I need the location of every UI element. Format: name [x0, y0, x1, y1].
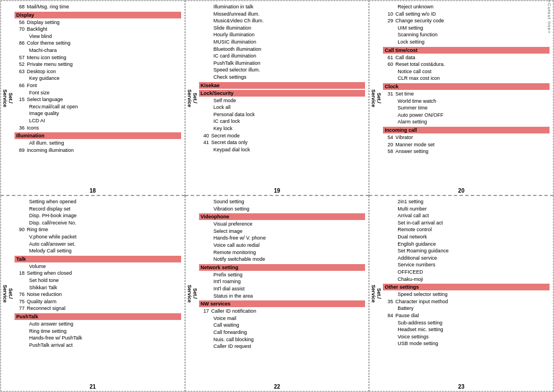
- list-item: 77Reconnect signal: [15, 305, 181, 312]
- item-number: 77: [15, 305, 27, 312]
- cell-22: Set./ServiceSound settingVibration setti…: [185, 196, 370, 391]
- item-number: 70: [15, 26, 27, 33]
- list-item: Nuis. call blocking: [199, 336, 366, 343]
- list-item: 86Color theme setting: [15, 40, 181, 47]
- list-item: Prefix setting: [199, 271, 366, 279]
- item-label: Ring time: [27, 226, 48, 233]
- item-number: 41: [199, 139, 211, 146]
- list-item: 63Desktop icon: [15, 68, 181, 75]
- list-item: 90Ring time: [15, 226, 181, 233]
- item-label: Vibrator: [395, 134, 413, 141]
- item-label: Manner mode set: [395, 141, 434, 149]
- list-item: Status in the area: [199, 293, 366, 300]
- section-header: Lock/Security: [199, 90, 366, 97]
- item-label: Secret mode: [211, 132, 240, 140]
- list-item: IC card illumination: [199, 52, 366, 60]
- list-item: Select image: [199, 228, 366, 235]
- list-item: Dual network: [383, 233, 550, 241]
- item-label: Answer setting: [395, 148, 428, 155]
- list-item: Call forwarding: [199, 329, 366, 336]
- list-item: View blind: [15, 33, 181, 40]
- list-item: Call waiting: [199, 322, 366, 329]
- list-item: Vibration setting: [199, 205, 366, 213]
- list-item: Notify switchable mode: [199, 256, 366, 263]
- item-label: Setting when closed: [27, 270, 72, 277]
- item-label: Select language: [27, 96, 63, 103]
- list-item: 57Menu icon setting: [15, 54, 181, 61]
- list-item: Key lock: [199, 125, 366, 132]
- item-label: Incoming illumination: [27, 147, 74, 154]
- list-item: 29Change security code: [383, 17, 550, 25]
- item-number: 10: [383, 11, 395, 18]
- section-header: Illumination: [15, 132, 181, 139]
- list-item: 66Font: [15, 82, 181, 89]
- list-item: Check settings: [199, 74, 366, 81]
- list-item: 70Backlight: [15, 26, 181, 33]
- list-item: Key guidance: [15, 75, 181, 82]
- set-service-label: Set./Service: [187, 284, 198, 302]
- item-number: 76: [15, 291, 27, 298]
- cell-number: 18: [1, 188, 184, 194]
- list-item: 89Incoming illumination: [15, 147, 181, 154]
- list-item: Missed/unread illum.: [199, 11, 366, 18]
- section-header: Videophone: [199, 213, 366, 220]
- item-label: Menu icon setting: [27, 54, 67, 61]
- list-item: Alarm setting: [383, 118, 550, 126]
- list-item: Scanning function: [383, 31, 550, 39]
- item-number: 68: [15, 3, 27, 11]
- list-item: Battery: [383, 305, 550, 312]
- list-item: Record display set: [15, 205, 181, 213]
- list-item: Auto answer setting: [15, 321, 181, 328]
- list-item: Auto power ON/OFF: [383, 112, 550, 119]
- item-label: Caller ID notification: [211, 308, 257, 315]
- item-label: Font: [27, 82, 37, 89]
- list-item: Shikkari Talk: [15, 284, 181, 291]
- item-number: 56: [15, 19, 27, 26]
- item-number: 35: [383, 298, 395, 305]
- item-label: Desktop icon: [27, 68, 56, 75]
- list-item: Reject unknown: [383, 3, 550, 11]
- list-item: 2in1 setting: [383, 198, 550, 205]
- list-item: 10Call setting w/o ID: [383, 11, 550, 18]
- list-item: Chaku-moji: [383, 276, 550, 283]
- list-item: Setting when opened: [15, 198, 181, 205]
- section-header: Clock: [383, 83, 550, 90]
- item-number: 90: [15, 226, 27, 233]
- list-item: Volume: [15, 263, 181, 270]
- list-item: Speed selector setting: [383, 291, 550, 298]
- page: Set./Service68Mail/Msg. ring timeDisplay…: [0, 0, 554, 392]
- list-item: Machi-chara: [15, 47, 181, 54]
- list-item: 58Answer setting: [383, 148, 550, 155]
- list-item: Voice call auto redial: [199, 242, 366, 249]
- item-number: 86: [15, 40, 27, 47]
- list-item: 36Icons: [15, 125, 181, 132]
- cell-18: Set./Service68Mail/Msg. ring timeDisplay…: [1, 1, 185, 196]
- cell-21: Set./ServiceSetting when openedRecord di…: [1, 196, 185, 391]
- list-item: Melody Call setting: [15, 247, 181, 255]
- list-item: MUSIC illumination: [199, 39, 366, 46]
- list-item: Additional service: [383, 255, 550, 262]
- list-item: OFFICEED: [383, 269, 550, 276]
- list-item: Summer time: [383, 104, 550, 112]
- item-number: 29: [383, 17, 395, 25]
- list-item: Visual preference: [199, 221, 366, 228]
- list-item: Image quality: [15, 110, 181, 117]
- item-number: 61: [383, 54, 395, 61]
- list-item: 40Secret mode: [199, 132, 366, 140]
- item-number: 31: [383, 90, 395, 98]
- item-number: 54: [383, 134, 395, 141]
- item-label: Reconnect signal: [27, 305, 65, 312]
- item-label: Pause dial: [395, 312, 419, 319]
- list-item: 31Set time: [383, 90, 550, 98]
- section-header: Other settings: [383, 284, 550, 290]
- item-label: Noise reduction: [27, 291, 62, 298]
- item-label: Backlight: [27, 26, 48, 33]
- item-number: 63: [15, 68, 27, 75]
- list-item: 76Noise reduction: [15, 291, 181, 298]
- list-item: All illum. setting: [15, 140, 181, 147]
- item-label: Quality alarm: [27, 298, 56, 305]
- list-item: Font size: [15, 89, 181, 97]
- section-header: Talk: [15, 256, 181, 262]
- list-item: Set hold tone: [15, 277, 181, 284]
- list-item: UIM setting: [383, 25, 550, 32]
